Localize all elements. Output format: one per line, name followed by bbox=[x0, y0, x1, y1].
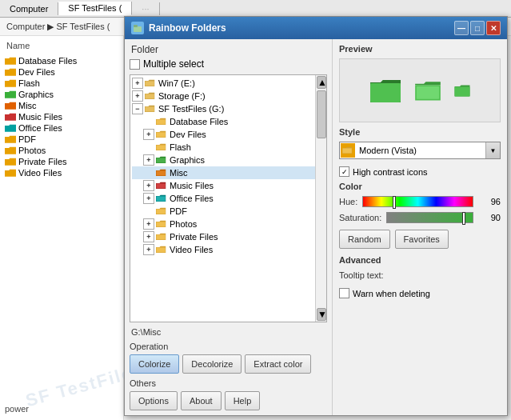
folder-tree[interactable]: + Win7 (E:) + Storage (F:) − SF TestFile… bbox=[130, 74, 327, 322]
bg-tree-header: Name bbox=[3, 41, 120, 50]
bg-tab-computer[interactable]: Computer bbox=[0, 2, 58, 15]
svg-rect-6 bbox=[156, 132, 165, 137]
bg-tab-extra: ··· bbox=[132, 2, 159, 15]
svg-rect-18 bbox=[455, 87, 470, 97]
tree-node-win7[interactable]: + Win7 (E:) bbox=[132, 77, 325, 90]
tree-item-label: Music Files bbox=[18, 112, 62, 122]
tree-expander-storage[interactable]: + bbox=[132, 90, 143, 102]
help-button[interactable]: Help bbox=[225, 391, 261, 410]
list-item[interactable]: Private Files bbox=[3, 156, 120, 167]
list-item[interactable]: Photos bbox=[3, 145, 120, 156]
preview-label: Preview bbox=[339, 44, 501, 54]
list-item[interactable]: Video Files bbox=[3, 167, 120, 178]
list-item[interactable]: Music Files bbox=[3, 111, 120, 122]
tree-item-label: Video Files bbox=[18, 168, 62, 178]
svg-rect-10 bbox=[156, 183, 165, 188]
warn-label: Warn when deleting bbox=[353, 289, 430, 298]
scrollbar-up-arrow[interactable]: ▲ bbox=[317, 76, 326, 89]
tree-node-database[interactable]: Database Files bbox=[132, 115, 325, 128]
tree-expander-win7[interactable]: + bbox=[132, 78, 143, 89]
tree-node-office[interactable]: + Office Files bbox=[132, 192, 325, 205]
hue-thumb[interactable] bbox=[393, 196, 396, 209]
warn-row: Warn when deleting bbox=[339, 288, 501, 298]
tree-node-misc[interactable]: Misc bbox=[132, 166, 325, 179]
tree-node-label: Music Files bbox=[170, 181, 214, 190]
svg-rect-3 bbox=[145, 94, 154, 98]
svg-rect-9 bbox=[156, 170, 165, 175]
operation-label: Operation bbox=[130, 342, 327, 351]
list-item[interactable]: Misc bbox=[3, 100, 120, 111]
others-buttons: Options About Help bbox=[130, 391, 327, 410]
list-item[interactable]: Flash bbox=[3, 78, 120, 89]
tree-node-label: Photos bbox=[170, 219, 197, 229]
options-button[interactable]: Options bbox=[130, 391, 178, 410]
tree-node-label: SF TestFiles (G:) bbox=[158, 104, 224, 114]
sat-thumb[interactable] bbox=[462, 212, 465, 225]
scrollbar-down-arrow[interactable]: ▼ bbox=[317, 308, 326, 321]
tree-expander-sftestfiles[interactable]: − bbox=[132, 103, 143, 114]
svg-rect-17 bbox=[417, 86, 439, 99]
about-button[interactable]: About bbox=[181, 391, 222, 410]
tree-node-storage[interactable]: + Storage (F:) bbox=[132, 90, 325, 102]
minimize-button[interactable]: — bbox=[454, 21, 469, 35]
tree-node-photos[interactable]: + Photos bbox=[132, 218, 325, 230]
tree-node-music[interactable]: + Music Files bbox=[132, 179, 325, 192]
random-button[interactable]: Random bbox=[339, 230, 390, 249]
svg-rect-4 bbox=[145, 106, 154, 111]
operation-section: Operation Colorize Decolorize Extract co… bbox=[130, 342, 327, 374]
tree-scrollbar[interactable]: ▲ ▼ bbox=[315, 75, 326, 322]
svg-rect-5 bbox=[156, 119, 165, 124]
advanced-label: Advanced bbox=[339, 255, 501, 265]
scrollbar-thumb[interactable] bbox=[317, 90, 326, 138]
hue-value: 96 bbox=[478, 197, 501, 206]
bg-tab-sftestfiles[interactable]: SF TestFiles ( bbox=[58, 2, 132, 15]
hue-slider[interactable] bbox=[362, 196, 473, 207]
sat-slider[interactable] bbox=[386, 212, 473, 223]
tree-node-video[interactable]: + Video Files bbox=[132, 243, 325, 256]
tree-node-sftestfiles[interactable]: − SF TestFiles (G:) bbox=[132, 102, 325, 115]
tree-node-devfiles[interactable]: + Dev Files bbox=[132, 128, 325, 141]
style-select[interactable]: Modern (Vista) ▼ bbox=[339, 142, 501, 159]
high-contrast-row: ✓ High contrast icons bbox=[339, 166, 501, 177]
left-panel: Folder Multiple select + Win7 (E:) + St bbox=[125, 39, 333, 415]
style-dropdown-arrow[interactable]: ▼ bbox=[485, 142, 500, 158]
tree-node-pdf[interactable]: PDF bbox=[132, 205, 325, 218]
svg-rect-11 bbox=[156, 196, 165, 201]
tree-expander-music[interactable]: + bbox=[143, 180, 154, 191]
saturation-row: Saturation: 90 bbox=[339, 212, 501, 223]
tree-node-flash[interactable]: Flash bbox=[132, 141, 325, 154]
list-item[interactable]: Graphics bbox=[3, 89, 120, 100]
tree-item-label: Office Files bbox=[18, 123, 62, 133]
decolorize-button[interactable]: Decolorize bbox=[182, 354, 242, 374]
multiple-select-label: Multiple select bbox=[143, 58, 204, 70]
high-contrast-checkbox[interactable]: ✓ bbox=[339, 166, 349, 177]
extract-color-button[interactable]: Extract color bbox=[245, 354, 311, 374]
svg-rect-13 bbox=[156, 222, 165, 226]
tree-node-label: Misc bbox=[170, 168, 188, 178]
hue-label: Hue: bbox=[339, 197, 357, 206]
colorize-button[interactable]: Colorize bbox=[130, 354, 179, 374]
tree-node-private[interactable]: + Private Files bbox=[132, 230, 325, 243]
tree-expander-video[interactable]: + bbox=[143, 244, 154, 255]
tree-expander-devfiles[interactable]: + bbox=[143, 129, 154, 140]
operation-buttons: Colorize Decolorize Extract color bbox=[130, 354, 327, 374]
tree-expander-office[interactable]: + bbox=[143, 193, 154, 204]
tree-node-label: Dev Files bbox=[170, 130, 206, 139]
multiple-select-checkbox[interactable] bbox=[130, 59, 140, 70]
close-button[interactable]: ✕ bbox=[486, 21, 501, 35]
tree-expander-graphics[interactable]: + bbox=[143, 154, 154, 166]
warn-checkbox[interactable] bbox=[339, 288, 349, 298]
dialog-title-text: Rainbow Folders bbox=[149, 22, 226, 34]
list-item[interactable]: PDF bbox=[3, 134, 120, 145]
favorites-button[interactable]: Favorites bbox=[395, 230, 449, 249]
rainbow-folders-dialog: Rainbow Folders — □ ✕ Folder Multiple se… bbox=[124, 16, 508, 416]
high-contrast-label: High contrast icons bbox=[353, 167, 428, 177]
list-item[interactable]: Dev Files bbox=[3, 66, 120, 78]
maximize-button[interactable]: □ bbox=[470, 21, 485, 35]
tree-expander-private[interactable]: + bbox=[143, 231, 154, 242]
tree-expander-photos[interactable]: + bbox=[143, 218, 154, 230]
list-item[interactable]: Office Files bbox=[3, 122, 120, 134]
tree-node-graphics[interactable]: + Graphics bbox=[132, 154, 325, 166]
svg-rect-12 bbox=[156, 209, 165, 214]
list-item[interactable]: Database Files bbox=[3, 55, 120, 66]
